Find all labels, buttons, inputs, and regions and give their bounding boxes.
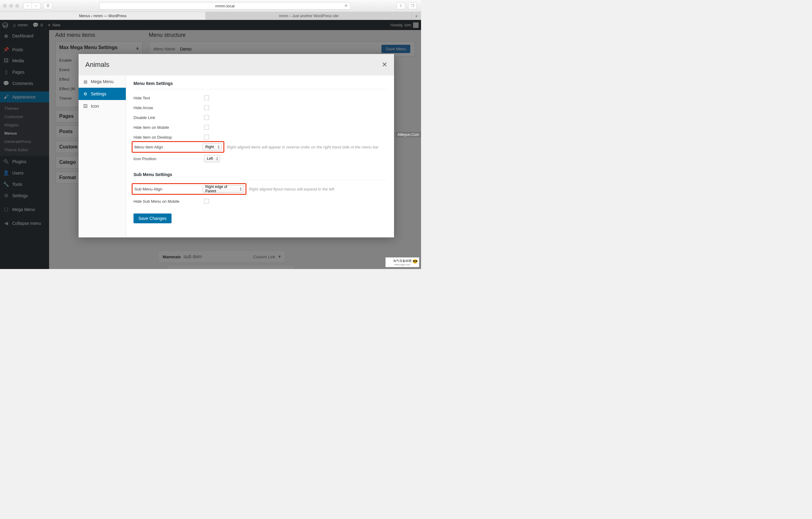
share-icon[interactable]: ⇪ <box>397 2 405 9</box>
tabs-icon[interactable]: ❐ <box>408 2 417 9</box>
url-text: mmm.local <box>215 4 235 8</box>
field-label: Icon Position <box>134 156 204 161</box>
browser-tab[interactable]: Menus ‹ mmm — WordPress <box>0 12 206 20</box>
field-label: Hide Item on Desktop <box>134 135 204 140</box>
emoji-icon: 😎 <box>412 259 418 264</box>
new-tab-button[interactable]: + <box>412 12 421 20</box>
field-label: Hide Item on Mobile <box>134 125 204 130</box>
sidebar-toggle-icon[interactable]: ☰ <box>44 2 52 9</box>
close-window-icon[interactable] <box>3 4 7 8</box>
tab-label: mmm – Just another WordPress site <box>279 14 339 18</box>
grid-icon: ▦ <box>83 79 88 84</box>
field-description: Right aligned flyout menus will expand t… <box>249 187 334 191</box>
section-heading: Sub Menu Settings <box>134 172 387 177</box>
field-label: Disable Link <box>134 115 204 120</box>
forward-button[interactable]: › <box>32 2 40 9</box>
modal-content: Menu Item Settings Hide Text Hide Arrow … <box>126 75 394 237</box>
modal-sidebar: ▦Mega Menu ⚙Settings 🖼Icon <box>79 75 126 237</box>
field-description: Right aligned items will appear in rever… <box>227 145 378 149</box>
highlight-box: Menu Item Align Right▲▼ <box>132 141 224 153</box>
browser-tab[interactable]: mmm – Just another WordPress site <box>206 12 412 20</box>
maximize-window-icon[interactable] <box>16 4 19 8</box>
divider <box>134 89 387 89</box>
traffic-lights <box>3 4 19 8</box>
watermark: 淘气哥素材网 www.tqge.com 😎 <box>385 257 419 267</box>
field-label: Menu Item Align <box>135 145 203 149</box>
tab-label: Settings <box>91 91 107 96</box>
browser-tabstrip: Menus ‹ mmm — WordPress mmm – Just anoth… <box>0 12 421 20</box>
modal-close-button[interactable]: ✕ <box>382 61 387 69</box>
sub-menu-align-select[interactable]: Right edge of Parent▲▼ <box>203 185 244 193</box>
highlight-box: Sub Menu Align Right edge of Parent▲▼ <box>132 183 246 195</box>
tab-label: Mega Menu <box>91 79 114 84</box>
watermark: Alileyun.Com <box>396 132 421 138</box>
menu-item-modal: Animals ✕ ▦Mega Menu ⚙Settings 🖼Icon Men… <box>79 54 394 237</box>
gear-icon: ⚙ <box>83 91 88 96</box>
section-heading: Menu Item Settings <box>134 81 387 86</box>
disable-link-checkbox[interactable] <box>204 115 209 120</box>
tab-icon[interactable]: 🖼Icon <box>79 100 126 112</box>
hide-submenu-mobile-checkbox[interactable] <box>204 199 209 204</box>
hide-text-checkbox[interactable] <box>204 95 209 100</box>
field-label: Hide Text <box>134 96 204 100</box>
save-changes-button[interactable]: Save Changes <box>134 213 172 223</box>
reload-icon[interactable]: ⟳ <box>345 4 348 8</box>
select-value: Right <box>205 145 214 149</box>
divider <box>134 180 387 180</box>
hide-arrow-checkbox[interactable] <box>204 105 209 110</box>
modal-title: Animals <box>85 61 109 69</box>
back-button[interactable]: ‹ <box>23 2 32 9</box>
field-label: Hide Sub Menu on Mobile <box>134 199 204 204</box>
hide-item-desktop-checkbox[interactable] <box>204 135 209 140</box>
menu-item-align-select[interactable]: Right▲▼ <box>203 143 222 151</box>
field-label: Hide Arrow <box>134 105 204 110</box>
field-label: Sub Menu Align <box>135 187 203 191</box>
hide-item-mobile-checkbox[interactable] <box>204 125 209 130</box>
tab-mega-menu[interactable]: ▦Mega Menu <box>79 75 126 88</box>
browser-titlebar: ‹ › ☰ mmm.local ⟳ ⇪ ❐ <box>0 0 421 12</box>
tab-settings[interactable]: ⚙Settings <box>79 88 126 100</box>
tab-label: Icon <box>91 104 99 109</box>
image-icon: 🖼 <box>83 104 88 109</box>
select-value: Left <box>207 156 213 161</box>
icon-position-select[interactable]: Left▲▼ <box>204 155 220 162</box>
modal-header: Animals ✕ <box>79 54 394 75</box>
tab-label: Menus ‹ mmm — WordPress <box>79 14 126 18</box>
url-bar[interactable]: mmm.local ⟳ <box>99 2 350 9</box>
select-value: Right edge of Parent <box>205 185 237 193</box>
minimize-window-icon[interactable] <box>9 4 13 8</box>
